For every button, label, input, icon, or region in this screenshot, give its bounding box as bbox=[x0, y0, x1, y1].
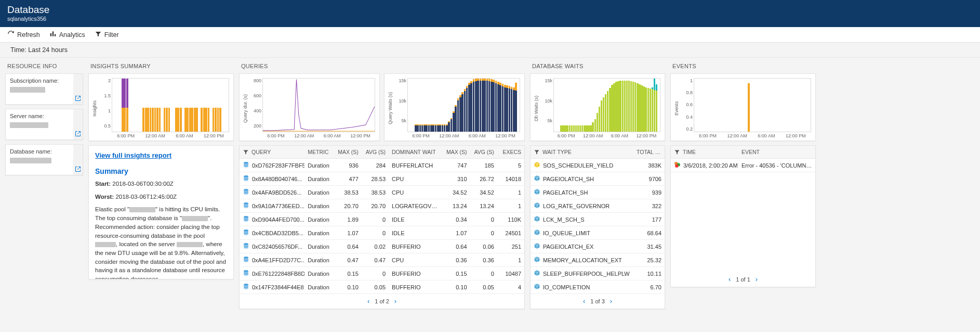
database-icon bbox=[243, 161, 249, 169]
start-label: Start: bbox=[95, 181, 111, 187]
table-row[interactable]: 0x147F23844F44E8 Duration0.100.05 BUFFER… bbox=[240, 280, 524, 294]
table-row[interactable]: 0x4CBDAD32DB5... Duration1.070 IDLE1.070… bbox=[240, 226, 524, 240]
svg-point-15 bbox=[675, 164, 679, 168]
table-row[interactable]: 0xC824056576DF... Duration0.640.02 BUFFE… bbox=[240, 240, 524, 253]
open-resource-button[interactable] bbox=[73, 74, 83, 104]
svg-rect-1 bbox=[52, 31, 54, 36]
query-hash: 0xE761222848FB8D bbox=[252, 271, 304, 277]
analytics-label: Analytics bbox=[59, 31, 85, 39]
resource-label: Database name: bbox=[10, 148, 69, 155]
waits-prev-button[interactable]: ‹ bbox=[583, 297, 585, 305]
table-row[interactable]: LOG_RATE_GOVERNOR 322 bbox=[531, 199, 665, 213]
query-hash: 0xC824056576DF... bbox=[252, 244, 302, 250]
filter-label: Filter bbox=[104, 31, 119, 39]
page-subtitle: sqlanalytics356 bbox=[7, 16, 973, 22]
y-axis-label: Query dur. (s) bbox=[243, 78, 248, 138]
wait-type: SOS_SCHEDULER_YIELD bbox=[543, 162, 613, 169]
cube-icon bbox=[534, 256, 540, 264]
wait-type: IO_QUEUE_LIMIT bbox=[543, 230, 590, 236]
queries-next-button[interactable]: › bbox=[394, 297, 396, 305]
events-page-indicator: 1 of 1 bbox=[736, 276, 750, 283]
cube-icon bbox=[534, 161, 540, 169]
event-time: 3/6/2018, 2:00:20 AM bbox=[683, 162, 738, 169]
query-hash: 0x4AFA9BDD526... bbox=[252, 189, 301, 196]
queries-section-title: QUERIES bbox=[239, 62, 525, 69]
wait-type: LCK_M_SCH_S bbox=[543, 216, 584, 223]
filter-button[interactable]: Filter bbox=[95, 30, 119, 39]
worst-label: Worst: bbox=[95, 194, 114, 200]
query-hash: 0x147F23844F44E8 bbox=[252, 284, 304, 290]
summary-heading: Summary bbox=[95, 166, 227, 176]
wait-type: SLEEP_BUFFERPOOL_HELPLW bbox=[543, 271, 630, 277]
queries-prev-button[interactable]: ‹ bbox=[367, 297, 369, 305]
time-range-label: Time: Last 24 hours bbox=[10, 46, 68, 54]
page-title: Database bbox=[7, 4, 973, 16]
waits-pager: ‹ 1 of 3 › bbox=[531, 294, 665, 309]
table-row[interactable]: 0xD762F283F7FBF5 Duration936284 BUFFERLA… bbox=[240, 159, 524, 172]
table-row[interactable]: IO_QUEUE_LIMIT 68.64 bbox=[531, 226, 665, 240]
analytics-icon bbox=[49, 30, 57, 39]
svg-rect-0 bbox=[50, 33, 51, 36]
analytics-button[interactable]: Analytics bbox=[49, 30, 85, 39]
table-row[interactable]: SLEEP_BUFFERPOOL_HELPLW 10.11 bbox=[531, 267, 665, 280]
resource-section-title: RESOURCE INFO bbox=[5, 62, 83, 69]
resource-label: Server name: bbox=[10, 113, 69, 119]
query-hash: 0x9A10A7736EED... bbox=[252, 203, 304, 209]
table-row[interactable]: 3/6/2018, 2:00:20 AM Error - 40536 - 'CO… bbox=[671, 159, 815, 172]
table-row[interactable]: IO_COMPLETION 6.70 bbox=[531, 280, 665, 294]
waits-next-button[interactable]: › bbox=[610, 297, 612, 305]
waits-page-indicator: 1 of 3 bbox=[590, 298, 605, 304]
events-prev-button[interactable]: ‹ bbox=[729, 275, 731, 283]
table-row[interactable]: PAGEIOLATCH_SH 9706 bbox=[531, 172, 665, 186]
query-duration-chart: Query dur. (s) 800600400200 6:00 PM12:00… bbox=[239, 73, 380, 141]
y-axis-label: Query Waits (s) bbox=[388, 78, 393, 138]
page-banner: Database sqlanalytics356 bbox=[0, 0, 980, 27]
waits-table-card: WAIT TYPETOTAL (S) SOS_SCHEDULER_YIELD 3… bbox=[530, 145, 665, 309]
open-resource-button[interactable] bbox=[73, 109, 83, 139]
table-row[interactable]: 0x4AFA9BDD526... Duration38.5338.53 CPU3… bbox=[240, 186, 524, 199]
database-icon bbox=[243, 270, 249, 277]
insights-summary-card: View full insights report Summary Start:… bbox=[88, 145, 234, 279]
refresh-label: Refresh bbox=[17, 31, 40, 39]
time-range-bar[interactable]: Time: Last 24 hours bbox=[0, 43, 980, 58]
table-row[interactable]: 0x8A480B040746... Duration47728.53 CPU31… bbox=[240, 172, 524, 186]
resource-value-placeholder bbox=[10, 87, 45, 93]
database-icon bbox=[243, 215, 249, 223]
y-axis-label: Events bbox=[674, 78, 679, 138]
query-waits-chart: Query Waits (s) 15k10k5k 6:00 PM12:00 AM… bbox=[384, 73, 525, 141]
table-row[interactable]: PAGELATCH_SH 939 bbox=[531, 186, 665, 199]
database-icon bbox=[243, 175, 249, 183]
wait-type: LOG_RATE_GOVERNOR bbox=[543, 203, 610, 209]
events-section-title: EVENTS bbox=[670, 62, 816, 69]
waits-section-title: DATABASE WAITS bbox=[530, 62, 665, 69]
database-icon bbox=[243, 229, 249, 237]
events-chart: Events 10.80.60.40.2 6:00 PM12:00 AM6:00… bbox=[670, 73, 816, 141]
table-row[interactable]: PAGEIOLATCH_EX 31.45 bbox=[531, 240, 665, 253]
cube-icon bbox=[534, 215, 540, 223]
y-axis-label: Db Waits (s) bbox=[534, 78, 539, 138]
events-next-button[interactable]: › bbox=[756, 275, 758, 283]
wait-type: PAGEIOLATCH_SH bbox=[543, 176, 594, 182]
toolbar: Refresh Analytics Filter bbox=[0, 27, 980, 43]
query-hash: 0xD762F283F7FBF5 bbox=[252, 162, 304, 169]
refresh-button[interactable]: Refresh bbox=[7, 30, 40, 39]
database-icon bbox=[243, 256, 249, 264]
error-icon bbox=[674, 161, 681, 169]
db-waits-chart: Db Waits (s) 15k10k5k 6:00 PM12:00 AM6:0… bbox=[530, 73, 665, 141]
table-row[interactable]: SOS_SCHEDULER_YIELD 383K bbox=[531, 159, 665, 172]
open-resource-button[interactable] bbox=[73, 145, 83, 175]
table-row[interactable]: MEMORY_ALLOCATION_EXT 25.32 bbox=[531, 253, 665, 267]
wait-type: PAGEIOLATCH_EX bbox=[543, 244, 593, 250]
query-hash: 0x8A480B040746... bbox=[252, 176, 302, 182]
table-row[interactable]: LCK_M_SCH_S 177 bbox=[531, 213, 665, 226]
y-axis-label: Insights bbox=[92, 78, 97, 138]
table-row[interactable]: 0x9A10A7736EED... Duration20.7020.70 LOG… bbox=[240, 199, 524, 213]
table-row[interactable]: 0xA4E1FFD2D77C... Duration0.470.47 CPU0.… bbox=[240, 253, 524, 267]
queries-page-indicator: 1 of 2 bbox=[375, 298, 389, 304]
resource-value-placeholder bbox=[10, 122, 48, 128]
table-row[interactable]: 0xD904A4FED700... Duration1.890 IDLE0.34… bbox=[240, 213, 524, 226]
view-full-report-link[interactable]: View full insights report bbox=[95, 151, 171, 159]
resource-card: Server name: bbox=[5, 109, 83, 140]
resource-card: Database name: bbox=[5, 144, 83, 175]
table-row[interactable]: 0xE761222848FB8D Duration0.150 BUFFERIO0… bbox=[240, 267, 524, 280]
